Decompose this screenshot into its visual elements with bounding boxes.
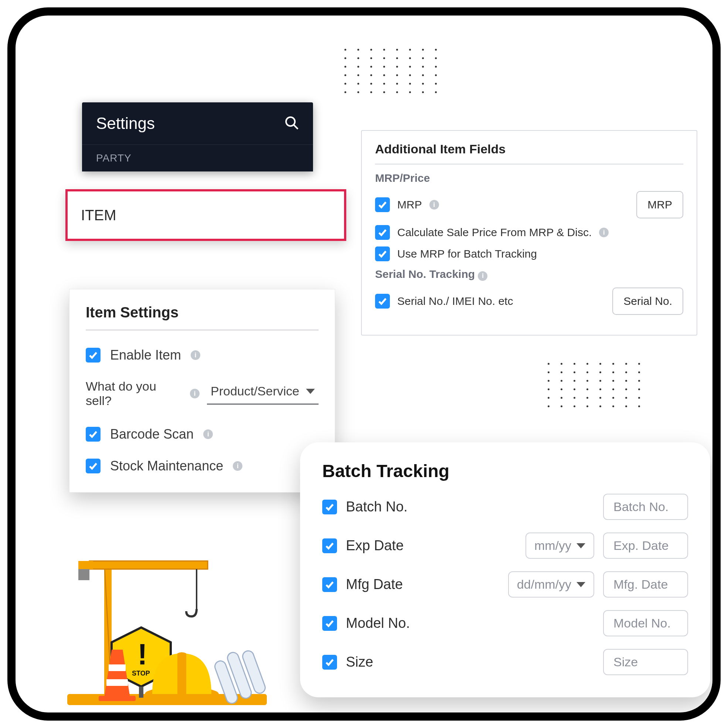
batch-no-row: Batch No. Batch No.: [322, 494, 688, 520]
construction-illustration: ! STOP: [60, 546, 274, 709]
calc-checkbox[interactable]: [375, 225, 390, 240]
usemrp-row: Use MRP for Batch Tracking: [375, 246, 683, 261]
enable-item-label: Enable Item: [110, 347, 181, 363]
model-no-label: Model No.: [346, 615, 410, 631]
settings-header: Settings: [82, 102, 313, 145]
usemrp-checkbox[interactable]: [375, 246, 390, 261]
usemrp-label: Use MRP for Batch Tracking: [397, 248, 537, 260]
barcode-checkbox[interactable]: [86, 427, 101, 442]
exp-date-row: Exp Date mm/yy Exp. Date: [322, 532, 688, 559]
serial-row: Serial No./ IMEI No. etc Serial No.: [375, 288, 683, 315]
additional-fields-title: Additional Item Fields: [375, 142, 683, 164]
chevron-down-icon: [306, 389, 315, 394]
mfg-date-input[interactable]: Mfg. Date: [603, 571, 688, 598]
exp-date-checkbox[interactable]: [322, 538, 337, 553]
mfg-date-row: Mfg Date dd/mm/yy Mfg. Date: [322, 571, 688, 598]
info-icon[interactable]: i: [190, 389, 200, 398]
settings-panel: Settings PARTY: [82, 102, 313, 171]
enable-item-row: Enable Item i: [86, 347, 318, 363]
stock-row: Stock Maintenance i: [86, 458, 318, 474]
barcode-label: Barcode Scan: [110, 427, 194, 442]
barcode-row: Barcode Scan i: [86, 427, 318, 442]
info-icon[interactable]: i: [430, 200, 439, 210]
serial-input[interactable]: Serial No.: [612, 288, 683, 315]
svg-rect-8: [78, 569, 89, 580]
additional-fields-card: Additional Item Fields MRP/Price MRP i M…: [361, 130, 697, 335]
app-frame: Settings PARTY ITEM Item Settings Enable…: [8, 8, 720, 720]
mrp-section-header: MRP/Price: [375, 172, 683, 184]
mrp-row: MRP i MRP: [375, 191, 683, 219]
item-settings-card: Item Settings Enable Item i What do you …: [69, 289, 335, 492]
svg-point-0: [286, 117, 295, 126]
info-icon[interactable]: i: [478, 271, 488, 281]
batch-no-input[interactable]: Batch No.: [603, 494, 688, 520]
batch-no-label: Batch No.: [346, 499, 408, 515]
size-input[interactable]: Size: [603, 649, 688, 675]
model-no-checkbox[interactable]: [322, 616, 337, 631]
settings-tab-party[interactable]: PARTY: [82, 145, 313, 171]
item-tab-label: ITEM: [81, 207, 116, 223]
info-icon[interactable]: i: [203, 430, 213, 439]
mfg-date-label: Mfg Date: [346, 577, 403, 592]
exp-date-format-text: mm/yy: [534, 538, 571, 553]
svg-rect-16: [106, 679, 128, 686]
item-settings-title: Item Settings: [86, 304, 318, 330]
sell-value: Product/Service: [211, 384, 299, 398]
serial-checkbox[interactable]: [375, 294, 390, 309]
svg-rect-15: [109, 664, 125, 671]
model-no-row: Model No. Model No.: [322, 610, 688, 636]
svg-text:!: !: [138, 638, 147, 671]
mrp-input[interactable]: MRP: [636, 191, 683, 219]
batch-title: Batch Tracking: [322, 461, 688, 481]
serial-label: Serial No./ IMEI No. etc: [397, 295, 513, 307]
serial-header-text: Serial No. Tracking: [375, 268, 475, 280]
settings-title: Settings: [96, 114, 155, 133]
sell-row: What do you sell? i Product/Service: [86, 379, 318, 408]
info-icon[interactable]: i: [233, 461, 242, 471]
mfg-date-format[interactable]: dd/mm/yy: [508, 571, 594, 598]
info-icon[interactable]: i: [191, 350, 200, 360]
size-checkbox[interactable]: [322, 655, 337, 670]
info-icon[interactable]: i: [599, 228, 609, 237]
decor-dots-top: [344, 49, 437, 93]
decor-dots-right: [548, 363, 640, 407]
serial-section-header: Serial No. Tracking i: [375, 268, 683, 281]
svg-rect-5: [89, 561, 208, 569]
stock-label: Stock Maintenance: [110, 458, 223, 474]
calc-row: Calculate Sale Price From MRP & Disc. i: [375, 225, 683, 240]
svg-text:STOP: STOP: [132, 670, 150, 677]
chevron-down-icon: [577, 543, 585, 548]
size-row: Size Size: [322, 649, 688, 675]
enable-item-checkbox[interactable]: [86, 348, 101, 362]
model-no-input[interactable]: Model No.: [603, 610, 688, 636]
mrp-label: MRP: [397, 199, 422, 211]
batch-tracking-card: Batch Tracking Batch No. Batch No. Exp D…: [300, 442, 710, 697]
mfg-date-checkbox[interactable]: [322, 577, 337, 592]
sell-dropdown[interactable]: Product/Service: [207, 382, 318, 405]
mrp-checkbox[interactable]: [375, 197, 390, 212]
svg-rect-17: [99, 696, 136, 701]
search-icon[interactable]: [284, 115, 299, 132]
svg-rect-7: [78, 561, 93, 569]
svg-line-1: [294, 125, 298, 129]
exp-date-label: Exp Date: [346, 538, 404, 554]
exp-date-format[interactable]: mm/yy: [526, 532, 594, 559]
calc-label: Calculate Sale Price From MRP & Disc.: [397, 226, 592, 239]
stock-checkbox[interactable]: [86, 459, 101, 473]
batch-no-checkbox[interactable]: [322, 500, 337, 514]
exp-date-input[interactable]: Exp. Date: [603, 532, 688, 559]
chevron-down-icon: [577, 582, 585, 587]
sell-question: What do you sell?: [86, 379, 182, 408]
settings-tab-item[interactable]: ITEM: [66, 189, 346, 241]
mfg-date-format-text: dd/mm/yy: [517, 577, 571, 592]
svg-rect-13: [139, 687, 144, 698]
size-label: Size: [346, 654, 373, 670]
